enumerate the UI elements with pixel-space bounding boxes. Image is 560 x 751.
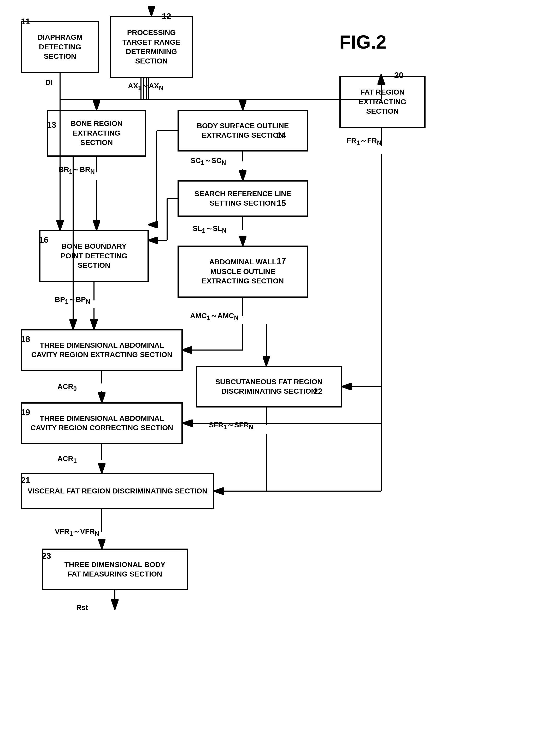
num-21: 21 — [21, 476, 30, 485]
box-abdominal-wall: ABDOMINAL WALLMUSCLE OUTLINEEXTRACTING S… — [178, 246, 308, 298]
signal-VFR: VFR1～VFRN — [55, 526, 99, 537]
num-22: 22 — [313, 387, 323, 396]
box-fat-region: FAT REGIONEXTRACTINGSECTION — [339, 76, 425, 128]
signal-Rst: Rst — [76, 603, 88, 612]
num-18: 18 — [21, 334, 30, 344]
num-19: 19 — [21, 407, 30, 417]
num-13: 13 — [47, 120, 56, 130]
box-bone-region: BONE REGIONEXTRACTINGSECTION — [47, 110, 146, 157]
signal-AMC: AMC1～AMCN — [190, 311, 238, 322]
box-search-ref: SEARCH REFERENCE LINESETTING SECTION — [178, 180, 308, 217]
num-16: 16 — [39, 235, 48, 245]
signal-SC: SC1～SCN — [191, 156, 226, 167]
signal-AX: AX1～AXN — [128, 81, 163, 92]
signal-SFR: SFR1～SFRN — [209, 420, 253, 431]
num-14: 14 — [277, 131, 286, 140]
signal-FR: FR1～FRN — [347, 136, 381, 147]
signal-BR: BR1～BRN — [59, 165, 95, 175]
signal-DI: DI — [45, 78, 53, 87]
signal-V: V — [149, 6, 155, 14]
box-3d-body-fat: THREE DIMENSIONAL BODYFAT MEASURING SECT… — [42, 548, 188, 590]
box-visceral-fat: VISCERAL FAT REGION DISCRIMINATING SECTI… — [21, 473, 214, 509]
num-23: 23 — [42, 551, 51, 561]
box-processing-target: PROCESSINGTARGET RANGEDETERMININGSECTION — [109, 16, 193, 78]
num-12: 12 — [162, 12, 171, 21]
num-15: 15 — [277, 198, 286, 208]
box-body-surface: BODY SURFACE OUTLINEEXTRACTING SECTION — [178, 110, 308, 152]
signal-ACR0: ACR0 — [57, 382, 77, 392]
num-17: 17 — [277, 256, 286, 266]
diagram-container: FIG.2 DIAPHRAGMDETECTINGSECTION 11 PROCE… — [0, 0, 560, 751]
signal-ACR1: ACR1 — [57, 455, 77, 464]
box-diaphragm: DIAPHRAGMDETECTINGSECTION — [21, 21, 99, 73]
box-3d-correct: THREE DIMENSIONAL ABDOMINALCAVITY REGION… — [21, 402, 183, 444]
num-20: 20 — [394, 71, 404, 80]
signal-BP: BP1～BPN — [55, 295, 90, 305]
box-bone-boundary: BONE BOUNDARYPOINT DETECTINGSECTION — [39, 230, 149, 282]
fig-label: FIG.2 — [339, 31, 386, 53]
signal-SL: SL1～SLN — [193, 224, 226, 234]
num-11: 11 — [21, 17, 30, 26]
box-3d-extract: THREE DIMENSIONAL ABDOMINALCAVITY REGION… — [21, 329, 183, 371]
